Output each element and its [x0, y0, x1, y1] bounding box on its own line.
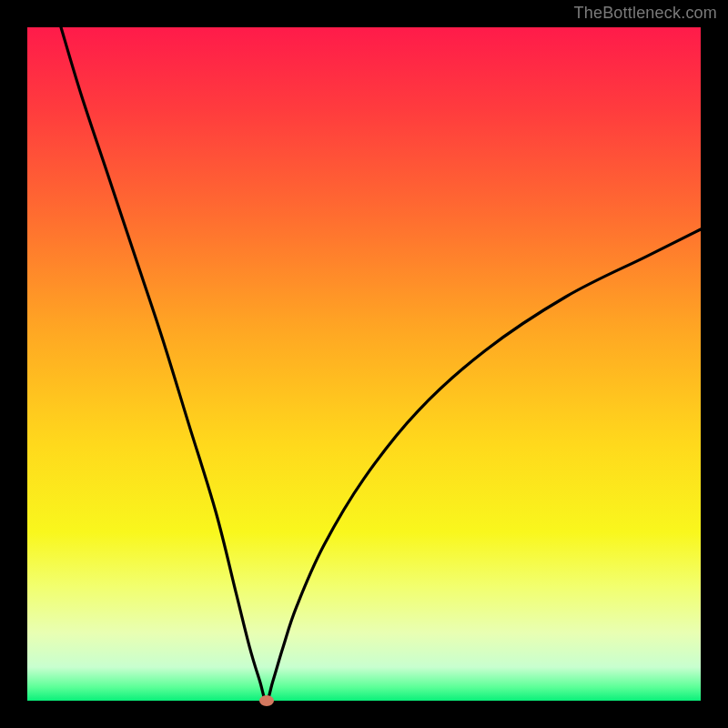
plot-area: [27, 27, 701, 701]
minimum-marker: [259, 695, 274, 706]
chart-frame: TheBottleneck.com: [0, 0, 728, 728]
chart-svg: [27, 27, 701, 701]
watermark-text: TheBottleneck.com: [574, 4, 717, 23]
bottleneck-curve: [61, 27, 701, 701]
